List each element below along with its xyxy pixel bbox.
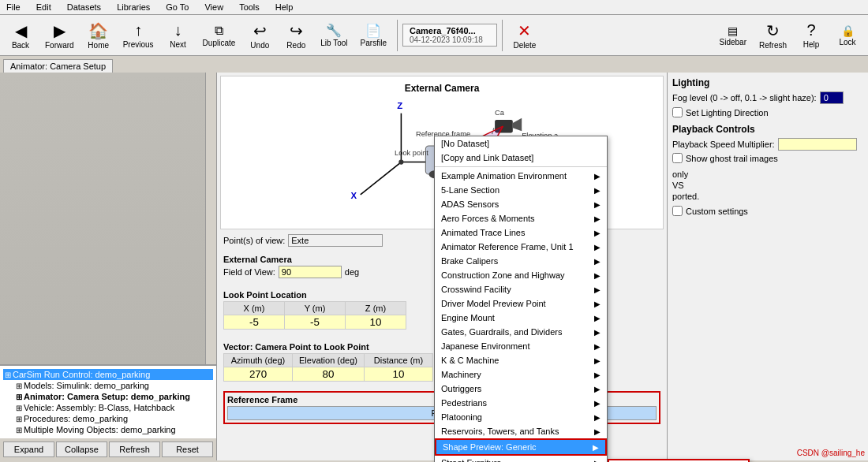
dropdown-item-example[interactable]: Example Animation Environment ▶ (435, 169, 607, 183)
arrow-icon: ▶ (594, 399, 600, 408)
dropdown-item-pedestrians[interactable]: Pedestrians ▶ (435, 396, 607, 410)
forward-icon: ▶ (54, 21, 65, 40)
submenu: ✓ Fixed Yaw for Shape Preview (608, 459, 750, 462)
delete-icon: ✕ (518, 21, 531, 40)
refresh-button[interactable]: ↻ Refresh (754, 19, 792, 52)
arrow-icon: ▶ (594, 172, 600, 181)
arrow-icon: ▶ (594, 214, 600, 223)
lock-button[interactable]: 🔒 Lock (830, 22, 865, 49)
home-button[interactable]: 🏠 Home (81, 19, 116, 52)
menu-edit[interactable]: Edit (33, 2, 54, 13)
arrow-icon: ▶ (594, 200, 600, 209)
camera-title: Camera_76f40... (410, 26, 490, 35)
delete-button[interactable]: ✕ Delete (507, 19, 542, 52)
dropdown-item-driver-model[interactable]: Driver Model Preview Point ▶ (435, 296, 607, 311)
menu-tools[interactable]: Tools (236, 2, 263, 13)
menu-datasets[interactable]: Datasets (64, 2, 104, 13)
parsfile-icon: 📄 (365, 23, 381, 38)
camera-date: 04-12-2023 10:09:18 (410, 35, 490, 44)
undo-button[interactable]: ↩ Undo (242, 19, 277, 52)
libtool-button[interactable]: 🔧 Lib Tool (315, 20, 353, 50)
arrow-icon: ▶ (594, 300, 600, 308)
menu-file[interactable]: File (3, 2, 24, 13)
forward-button[interactable]: ▶ Forward (39, 19, 80, 52)
help-icon: ? (806, 21, 815, 39)
toolbar-sep-1 (397, 20, 398, 51)
dropdown-item-no-dataset[interactable]: [No Dataset] (435, 136, 607, 151)
arrow-icon: ▶ (594, 229, 600, 237)
arrow-icon: ▶ (594, 356, 600, 365)
arrow-icon: ▶ (594, 371, 600, 379)
dropdown-item-adas[interactable]: ADAS Sensors ▶ (435, 197, 607, 211)
dropdown-item-platooning[interactable]: Platooning ▶ (435, 410, 607, 424)
next-icon: ↓ (174, 21, 182, 39)
arrow-icon: ▶ (594, 385, 600, 393)
dropdown-item-machinery[interactable]: Machinery ▶ (435, 367, 607, 382)
dropdown-item-aero[interactable]: Aero Forces & Moments ▶ (435, 211, 607, 225)
redo-button[interactable]: ↪ Redo (279, 19, 313, 52)
duplicate-icon: ⧉ (215, 24, 223, 38)
arrow-icon: ▶ (593, 443, 599, 452)
dropdown-item-copy-link[interactable]: [Copy and Link Dataset] (435, 151, 607, 165)
menu-help[interactable]: Help (272, 2, 297, 13)
menu-goto[interactable]: Go To (163, 2, 192, 13)
redo-icon: ↪ (290, 21, 303, 40)
dropdown-sep-1 (435, 166, 607, 167)
arrow-icon: ▶ (594, 186, 600, 195)
arrow-icon: ▶ (594, 342, 600, 351)
tabstrip: Animator: Camera Setup (0, 56, 868, 73)
dropdown-item-kc[interactable]: K & C Machine ▶ (435, 353, 607, 367)
toolbar-sep-2 (502, 20, 503, 51)
arrow-icon: ▶ (594, 285, 600, 294)
dropdown-item-japanese[interactable]: Japanese Environment ▶ (435, 339, 607, 353)
next-button[interactable]: ↓ Next (161, 19, 196, 51)
arrow-icon: ▶ (594, 314, 600, 322)
dropdown-item-engine-mount[interactable]: Engine Mount ▶ (435, 311, 607, 325)
previous-icon: ↑ (134, 21, 142, 39)
dropdown-item-shape-preview[interactable]: Shape Preview: Generic ▶ (435, 438, 607, 456)
watermark: CSDN @sailing_he (797, 449, 865, 457)
arrow-icon: ▶ (594, 271, 600, 280)
dropdown-item-brake[interactable]: Brake Calipers ▶ (435, 254, 607, 268)
arrow-icon: ▶ (594, 427, 600, 436)
dropdown-item-5lane[interactable]: 5-Lane Section ▶ (435, 183, 607, 197)
toolbar: ◀ Back ▶ Forward 🏠 Home ↑ Previous ↓ Nex… (0, 15, 868, 56)
back-button[interactable]: ◀ Back (3, 19, 38, 52)
sidebar-button[interactable]: ▤ Sidebar (714, 22, 752, 49)
dropdown-item-crosswind[interactable]: Crosswind Facility ▶ (435, 282, 607, 296)
undo-icon: ↩ (253, 21, 267, 40)
dropdown-item-animated-trace[interactable]: Animated Trace Lines ▶ (435, 225, 607, 240)
home-icon: 🏠 (88, 21, 108, 40)
arrow-icon: ▶ (594, 413, 600, 422)
tab-camera-setup[interactable]: Animator: Camera Setup (3, 59, 113, 73)
help-button[interactable]: ? Help (794, 19, 829, 51)
dropdown-item-gates[interactable]: Gates, Guardrails, and Dividers ▶ (435, 325, 607, 339)
dropdown-item-construction[interactable]: Construction Zone and Highway ▶ (435, 268, 607, 282)
menubar: File Edit Datasets Libraries Go To View … (0, 0, 868, 15)
dropdown-item-street[interactable]: Street Furniture ▶ (435, 456, 607, 462)
back-icon: ◀ (15, 21, 27, 40)
arrow-icon: ▶ (594, 257, 600, 266)
arrow-icon: ▶ (594, 328, 600, 337)
libtool-icon: 🔧 (326, 23, 342, 38)
menu-view[interactable]: View (201, 2, 226, 13)
arrow-icon: ▶ (594, 243, 600, 251)
dropdown-menu: [No Dataset] [Copy and Link Dataset] Exa… (434, 136, 608, 462)
refresh-icon: ↻ (766, 21, 780, 40)
main-layout: ⊞ CarSim Run Control: demo_parking ⊞ Mod… (0, 73, 868, 460)
parsfile-button[interactable]: 📄 Parsfile (355, 20, 392, 50)
dropdown-item-reservoirs[interactable]: Reservoirs, Towers, and Tanks ▶ (435, 424, 607, 438)
menu-libraries[interactable]: Libraries (114, 2, 153, 13)
arrow-icon: ▶ (594, 459, 600, 463)
lock-icon: 🔒 (841, 24, 855, 37)
dropdown-item-animator-ref[interactable]: Animator Reference Frame, Unit 1 ▶ (435, 240, 607, 254)
dropdown-overlay: [No Dataset] [Copy and Link Dataset] Exa… (0, 73, 868, 460)
duplicate-button[interactable]: ⧉ Duplicate (197, 21, 241, 50)
sidebar-icon: ▤ (728, 24, 738, 37)
dropdown-item-outriggers[interactable]: Outriggers ▶ (435, 382, 607, 396)
previous-button[interactable]: ↑ Previous (118, 19, 159, 51)
